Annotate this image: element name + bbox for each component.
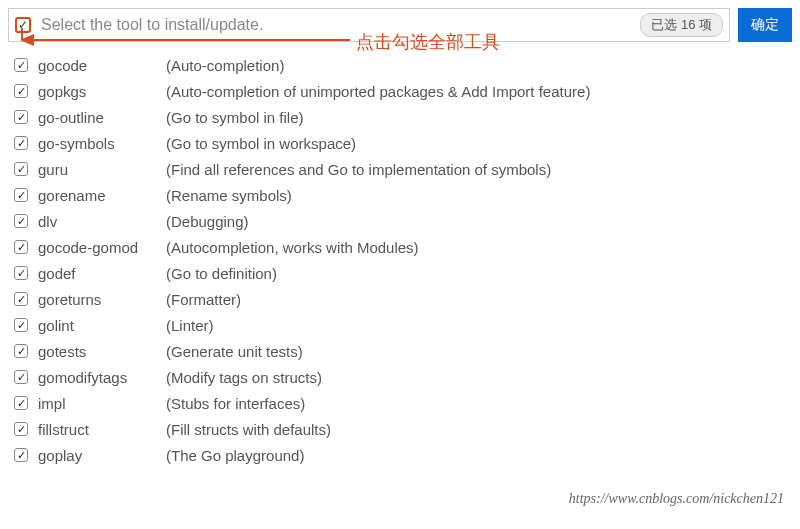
tool-checkbox[interactable]: [14, 162, 28, 176]
tool-desc: (Find all references and Go to implement…: [166, 161, 551, 178]
tool-name: goplay: [38, 447, 156, 464]
tool-checkbox[interactable]: [14, 110, 28, 124]
tool-name: gocode: [38, 57, 156, 74]
tool-row: dlv(Debugging): [14, 208, 790, 234]
tool-checkbox[interactable]: [14, 188, 28, 202]
tool-name: gorename: [38, 187, 156, 204]
tool-name: gomodifytags: [38, 369, 156, 386]
tool-row: go-outline(Go to symbol in file): [14, 104, 790, 130]
tool-desc: (Fill structs with defaults): [166, 421, 331, 438]
tool-desc: (Go to definition): [166, 265, 277, 282]
confirm-button[interactable]: 确定: [738, 8, 792, 42]
header-bar: Select the tool to install/update. 已选 16…: [8, 8, 730, 42]
tool-desc: (Auto-completion): [166, 57, 284, 74]
tool-name: go-symbols: [38, 135, 156, 152]
watermark: https://www.cnblogs.com/nickchen121: [569, 491, 784, 507]
select-all-checkbox[interactable]: [15, 17, 31, 33]
tool-row: gocode-gomod(Autocompletion, works with …: [14, 234, 790, 260]
tool-desc: (Go to symbol in workspace): [166, 135, 356, 152]
tool-name: golint: [38, 317, 156, 334]
tool-row: gotests(Generate unit tests): [14, 338, 790, 364]
tool-row: goplay(The Go playground): [14, 442, 790, 468]
tool-checkbox[interactable]: [14, 84, 28, 98]
tool-row: go-symbols(Go to symbol in workspace): [14, 130, 790, 156]
selected-count-badge: 已选 16 项: [640, 13, 723, 37]
tool-name: godef: [38, 265, 156, 282]
tool-row: golint(Linter): [14, 312, 790, 338]
tool-desc: (The Go playground): [166, 447, 304, 464]
tool-row: godef(Go to definition): [14, 260, 790, 286]
tool-name: dlv: [38, 213, 156, 230]
tool-row: gorename(Rename symbols): [14, 182, 790, 208]
tool-checkbox[interactable]: [14, 214, 28, 228]
tool-desc: (Modify tags on structs): [166, 369, 322, 386]
tool-name: guru: [38, 161, 156, 178]
tool-row: guru(Find all references and Go to imple…: [14, 156, 790, 182]
tool-checkbox[interactable]: [14, 318, 28, 332]
tool-checkbox[interactable]: [14, 422, 28, 436]
tool-desc: (Formatter): [166, 291, 241, 308]
tool-desc: (Generate unit tests): [166, 343, 303, 360]
tool-list: gocode(Auto-completion)gopkgs(Auto-compl…: [0, 48, 800, 468]
tool-desc: (Stubs for interfaces): [166, 395, 305, 412]
tool-row: goreturns(Formatter): [14, 286, 790, 312]
tool-checkbox[interactable]: [14, 370, 28, 384]
tool-desc: (Linter): [166, 317, 214, 334]
tool-checkbox[interactable]: [14, 344, 28, 358]
tool-desc: (Autocompletion, works with Modules): [166, 239, 419, 256]
tool-row: impl(Stubs for interfaces): [14, 390, 790, 416]
tool-desc: (Debugging): [166, 213, 249, 230]
tool-desc: (Rename symbols): [166, 187, 292, 204]
tool-checkbox[interactable]: [14, 240, 28, 254]
tool-name: impl: [38, 395, 156, 412]
tool-name: gopkgs: [38, 83, 156, 100]
tool-name: fillstruct: [38, 421, 156, 438]
tool-row: gocode(Auto-completion): [14, 52, 790, 78]
tool-desc: (Auto-completion of unimported packages …: [166, 83, 590, 100]
tool-checkbox[interactable]: [14, 448, 28, 462]
tool-checkbox[interactable]: [14, 136, 28, 150]
tool-row: fillstruct(Fill structs with defaults): [14, 416, 790, 442]
tool-checkbox[interactable]: [14, 292, 28, 306]
tool-name: gotests: [38, 343, 156, 360]
tool-name: gocode-gomod: [38, 239, 156, 256]
tool-name: goreturns: [38, 291, 156, 308]
tool-checkbox[interactable]: [14, 266, 28, 280]
tool-row: gomodifytags(Modify tags on structs): [14, 364, 790, 390]
tool-row: gopkgs(Auto-completion of unimported pac…: [14, 78, 790, 104]
tool-desc: (Go to symbol in file): [166, 109, 304, 126]
header-title: Select the tool to install/update.: [37, 16, 634, 34]
tool-name: go-outline: [38, 109, 156, 126]
tool-checkbox[interactable]: [14, 58, 28, 72]
tool-checkbox[interactable]: [14, 396, 28, 410]
